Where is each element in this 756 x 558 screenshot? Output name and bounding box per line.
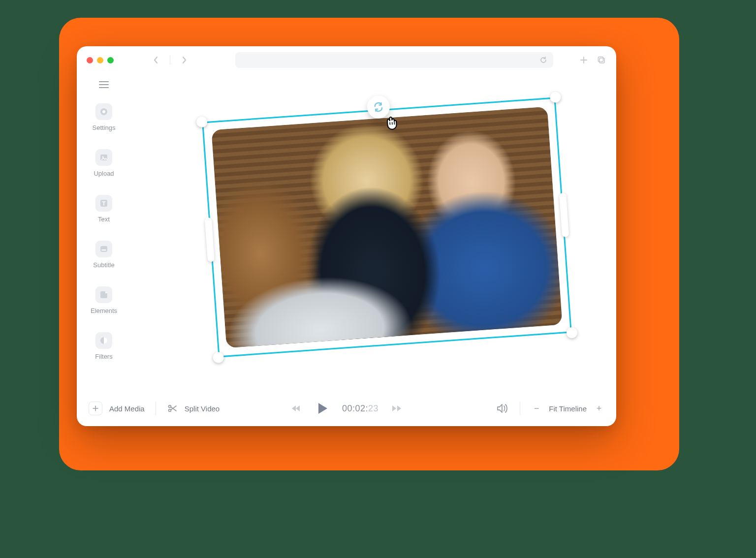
back-button[interactable] bbox=[149, 53, 163, 67]
play-icon bbox=[315, 401, 329, 416]
sidebar-item-filters[interactable]: Filters bbox=[77, 332, 131, 360]
fast-forward-icon bbox=[391, 404, 402, 413]
sidebar-item-label: Upload bbox=[94, 170, 114, 177]
svg-rect-1 bbox=[598, 57, 603, 62]
svg-point-5 bbox=[102, 156, 104, 158]
stacked-squares-icon bbox=[597, 56, 606, 64]
zoom-out-button[interactable]: − bbox=[531, 403, 542, 414]
sidebar-item-label: Text bbox=[98, 216, 110, 223]
sticker-icon bbox=[95, 286, 112, 303]
rewind-icon bbox=[291, 404, 302, 413]
nav-separator bbox=[170, 56, 170, 64]
fit-timeline-button[interactable]: Fit Timeline bbox=[549, 404, 587, 413]
timecode-frames: 23 bbox=[368, 403, 378, 413]
new-tab-button[interactable] bbox=[579, 55, 589, 65]
toolbar-separator bbox=[520, 402, 520, 415]
sidebar-item-elements[interactable]: Elements bbox=[77, 286, 131, 314]
timeline-toolbar: Add Media Split Video 00:02:23 − Fi bbox=[77, 391, 616, 426]
menu-button[interactable] bbox=[99, 81, 109, 89]
window-controls bbox=[87, 57, 114, 63]
sidebar-item-label: Elements bbox=[91, 307, 117, 314]
zoom-window-button[interactable] bbox=[107, 57, 114, 63]
record-icon bbox=[95, 103, 112, 120]
titlebar bbox=[77, 46, 616, 74]
svg-rect-7 bbox=[100, 246, 107, 252]
zoom-in-button[interactable]: + bbox=[594, 403, 604, 414]
playback-controls: 00:02:23 bbox=[291, 401, 402, 416]
plus-icon bbox=[93, 405, 98, 411]
minimize-window-button[interactable] bbox=[97, 57, 103, 63]
split-video-button[interactable] bbox=[167, 403, 178, 414]
volume-button[interactable] bbox=[496, 403, 509, 414]
selected-media-frame[interactable] bbox=[202, 97, 572, 357]
chevron-right-icon bbox=[181, 56, 187, 64]
chevron-left-icon bbox=[153, 56, 159, 64]
plus-icon bbox=[580, 56, 588, 64]
svg-point-3 bbox=[102, 110, 105, 113]
subtitle-icon bbox=[95, 241, 112, 257]
toolbar-separator bbox=[156, 402, 156, 415]
address-bar[interactable] bbox=[235, 52, 553, 68]
svg-rect-8 bbox=[102, 249, 106, 250]
forward-button[interactable] bbox=[177, 53, 191, 67]
add-media-plus-button[interactable] bbox=[89, 402, 102, 415]
app-window: Settings Upload Text Subtitle bbox=[77, 46, 616, 426]
resize-handle-bottom-right[interactable] bbox=[566, 327, 577, 339]
app-body: Settings Upload Text Subtitle bbox=[77, 74, 616, 391]
sidebar-item-text[interactable]: Text bbox=[77, 195, 131, 223]
svg-rect-0 bbox=[599, 58, 604, 63]
speaker-icon bbox=[496, 403, 509, 414]
contrast-icon bbox=[95, 332, 112, 349]
split-video-label[interactable]: Split Video bbox=[185, 404, 220, 413]
rotate-icon bbox=[372, 100, 385, 114]
resize-handle-top-right[interactable] bbox=[550, 92, 561, 103]
play-button[interactable] bbox=[315, 401, 329, 416]
scissors-icon bbox=[167, 403, 178, 414]
sidebar-item-label: Subtitle bbox=[93, 261, 114, 269]
timecode: 00:02:23 bbox=[342, 403, 378, 414]
video-thumbnail bbox=[211, 107, 562, 348]
add-media-button[interactable]: Add Media bbox=[109, 404, 145, 413]
sidebar-item-label: Filters bbox=[95, 353, 112, 360]
close-window-button[interactable] bbox=[87, 57, 93, 63]
rewind-button[interactable] bbox=[291, 404, 302, 413]
canvas[interactable] bbox=[131, 74, 616, 391]
sidebar-item-settings[interactable]: Settings bbox=[77, 103, 131, 131]
text-icon bbox=[95, 195, 112, 212]
timecode-main: 00:02: bbox=[342, 403, 368, 413]
sidebar-item-upload[interactable]: Upload bbox=[77, 149, 131, 177]
video-clip[interactable] bbox=[211, 107, 562, 348]
sidebar-item-subtitle[interactable]: Subtitle bbox=[77, 241, 131, 269]
hamburger-icon bbox=[99, 81, 109, 89]
titlebar-right bbox=[579, 55, 606, 65]
sidebar: Settings Upload Text Subtitle bbox=[77, 74, 131, 391]
fast-forward-button[interactable] bbox=[391, 404, 402, 413]
image-icon bbox=[95, 149, 112, 166]
reload-icon bbox=[539, 56, 547, 64]
sidebar-item-label: Settings bbox=[93, 124, 116, 131]
tabs-overview-button[interactable] bbox=[597, 55, 606, 65]
resize-handle-bottom-left[interactable] bbox=[213, 352, 224, 363]
